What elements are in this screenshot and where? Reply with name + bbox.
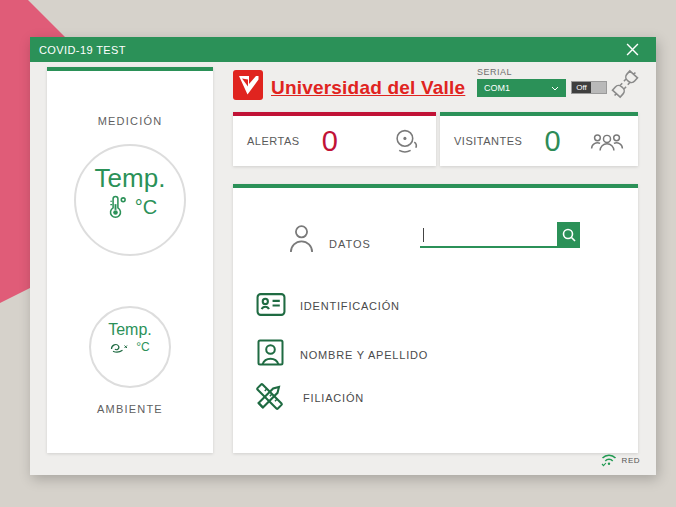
id-card-icon (256, 292, 286, 317)
univalle-logo (233, 70, 263, 100)
person-icon (288, 224, 315, 253)
breeze-icon (110, 341, 129, 354)
serial-toggle[interactable]: Off (571, 81, 607, 94)
text-caret (423, 228, 424, 242)
wifi-icon (601, 453, 617, 467)
serial-port-value: COM1 (484, 83, 510, 93)
identification-label: IDENTIFICACIÓN (300, 300, 400, 312)
alerts-card: ALERTAS 0 (233, 112, 436, 166)
plug-disconnected-icon (606, 65, 644, 103)
thermometer-icon (103, 195, 128, 220)
chevron-down-icon (551, 86, 559, 91)
toggle-state-label: Off (572, 82, 591, 93)
close-button[interactable] (616, 37, 648, 62)
ambient-temp-label: Temp. (91, 321, 169, 339)
network-label: RED (622, 456, 640, 465)
measurement-panel: MEDICIÓN Temp. °C Temp. (47, 67, 213, 453)
person-badge-icon (257, 339, 284, 366)
ambient-temp-gauge: Temp. °C (89, 306, 171, 388)
body-temp-label: Temp. (76, 163, 184, 194)
alarm-bell-icon (392, 128, 422, 154)
visitors-label: VISITANTES (454, 135, 522, 147)
serial-label: SERIAL (477, 67, 512, 77)
magnifier-icon (562, 228, 576, 242)
name-label: NOMBRE Y APELLIDO (300, 349, 428, 361)
serial-port-select[interactable]: COM1 (477, 79, 566, 97)
filiation-label: FILIACIÓN (303, 392, 364, 404)
search-input[interactable] (420, 224, 557, 248)
visitors-card: VISITANTES 0 (440, 112, 638, 166)
app-window: COVID-19 TEST MEDICIÓN Temp. °C (30, 37, 656, 475)
university-title: Universidad del Valle (271, 77, 465, 99)
body-temp-gauge: Temp. °C (74, 144, 186, 256)
datos-label: DATOS (329, 238, 371, 250)
pencil-ruler-icon (253, 380, 286, 413)
measurement-title: MEDICIÓN (47, 115, 213, 127)
ambient-section-label: AMBIENTE (47, 403, 213, 415)
network-status: RED (601, 453, 640, 467)
ambient-temp-unit: °C (136, 340, 149, 354)
form-panel: DATOS IDENTIFICACIÓN (233, 184, 638, 453)
search-button[interactable] (557, 222, 580, 248)
alerts-label: ALERTAS (247, 135, 300, 147)
search-field-group (420, 222, 580, 248)
people-group-icon (590, 130, 624, 152)
toggle-knob (591, 82, 606, 93)
window-title: COVID-19 TEST (39, 44, 126, 56)
visitors-count: 0 (544, 125, 560, 158)
body-temp-unit: °C (135, 196, 157, 219)
close-icon (626, 43, 639, 56)
title-bar[interactable]: COVID-19 TEST (30, 37, 656, 62)
alerts-count: 0 (322, 125, 338, 158)
